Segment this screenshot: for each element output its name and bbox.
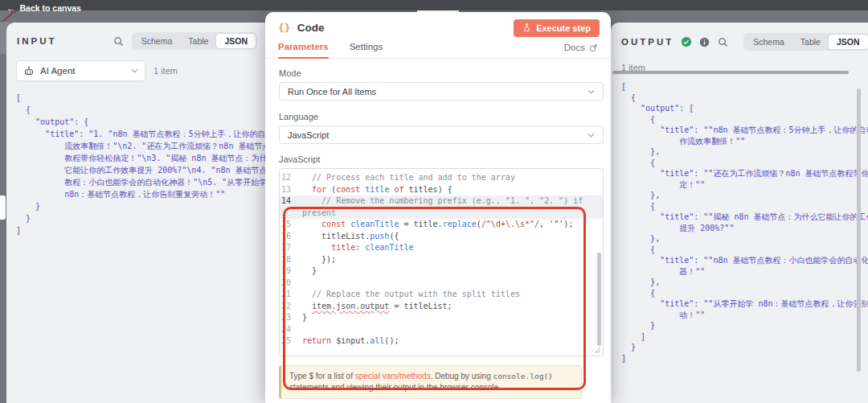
code-editor[interactable]: 12 // Process each title and add to the …: [279, 168, 604, 356]
json-line: },: [621, 146, 868, 158]
json-line: 教程：小白也能学会的自动化神器！"\n5. "从零开始学: [16, 176, 265, 188]
execute-step-label: Execute step: [536, 23, 591, 33]
json-line: "title": ""揭秘 n8n 基础节点：为什么它能让你的工作效率: [621, 212, 868, 223]
line-number: 12: [280, 172, 296, 184]
editor-scrollbar[interactable]: [597, 253, 601, 346]
output-panel: OUTPUT Schema Table JSON: [611, 23, 868, 403]
code-line[interactable]: 12 // Process each title and add to the …: [280, 172, 603, 184]
code-line[interactable]: 24: [280, 324, 603, 336]
code-line[interactable]: 22 item.json.output = titleList;: [280, 301, 603, 313]
output-view-tabs: Schema Table JSON: [743, 33, 868, 51]
back-to-canvas-button[interactable]: ← Back to canvas: [0, 3, 81, 13]
input-tab-table[interactable]: Table: [180, 34, 216, 48]
line-number: 19: [280, 265, 296, 278]
code-line[interactable]: 14 // Remove the numbering prefix (e.g.,…: [280, 195, 603, 208]
json-line: "output": {: [16, 116, 265, 128]
input-items-count: 1 item: [154, 66, 178, 76]
line-number: [280, 208, 296, 220]
node-title: Code: [297, 22, 325, 34]
hint-text: . Debug by using: [431, 372, 493, 380]
docs-link[interactable]: Docs: [564, 43, 598, 58]
json-line: {: [621, 93, 868, 104]
json-line: [: [16, 92, 265, 104]
external-link-icon: [589, 43, 598, 52]
json-line: "title": ""还在为工作流烦恼？n8n 基础节点教程带你轻松搞: [621, 168, 868, 179]
code-node-panel: {} Code Execute step Parameters Settings…: [265, 12, 611, 403]
json-line: "title": "1. "n8n 基础节点教程：5分钟上手，让你的自动化工作: [16, 128, 265, 140]
json-line: "title": ""从零开始学 n8n：基础节点教程，让你告别重复劳: [621, 298, 868, 310]
code-line[interactable]: 15 const cleanTitle = title.replace(/^\d…: [280, 219, 603, 231]
info-icon[interactable]: [699, 37, 710, 47]
output-tab-json[interactable]: JSON: [829, 35, 868, 49]
code-node-icon: {}: [278, 22, 291, 34]
tab-settings[interactable]: Settings: [350, 42, 383, 58]
output-panel-title: OUTPUT: [621, 37, 674, 47]
input-tab-json[interactable]: JSON: [216, 34, 256, 48]
code-line[interactable]: 13 for (const title of titles) {: [280, 184, 603, 196]
json-line: {: [621, 288, 868, 299]
tab-parameters[interactable]: Parameters: [278, 42, 329, 58]
json-line: 教程带你轻松搞定！"\n3. "揭秘 n8n 基础节点：为什么: [16, 152, 265, 164]
json-line: {: [621, 201, 868, 212]
output-tab-schema[interactable]: Schema: [745, 35, 792, 49]
code-line[interactable]: 20: [280, 278, 603, 290]
output-tab-table[interactable]: Table: [792, 35, 829, 49]
line-number: 24: [280, 324, 296, 336]
input-json-view[interactable]: [ { "output": { "title": "1. "n8n 基础节点教程…: [6, 92, 265, 236]
json-line: {: [16, 104, 265, 116]
chevron-down-icon: [588, 89, 595, 94]
special-vars-link[interactable]: special vars/methods: [355, 372, 431, 380]
code-line[interactable]: 19 }: [280, 265, 603, 278]
json-line: "title": ""n8n 基础节点教程：5分钟上手，让你的自动化工: [621, 125, 868, 136]
success-check-icon: [681, 36, 692, 47]
code-line[interactable]: 17 title: cleanTitle: [280, 242, 603, 254]
input-view-tabs: Schema Table JSON: [132, 32, 257, 50]
code-line[interactable]: 18 });: [280, 254, 603, 266]
json-line: ]: [621, 353, 868, 364]
robot-icon: [23, 65, 35, 76]
search-icon[interactable]: [113, 35, 125, 47]
output-horizontal-scrollbar[interactable]: [612, 71, 849, 74]
json-line: "output": [: [621, 103, 868, 114]
chevron-down-icon: [131, 68, 138, 73]
execute-step-button[interactable]: Execute step: [514, 19, 600, 37]
input-panel-title: INPUT: [17, 36, 57, 46]
hint-text: statements and viewing their output in t…: [289, 383, 501, 392]
mode-value: Run Once for All Items: [288, 87, 588, 97]
back-to-canvas-label: Back to canvas: [20, 3, 81, 13]
editor-hint: Type $ for a list of special vars/method…: [279, 365, 582, 399]
json-line: },: [621, 233, 868, 245]
code-line[interactable]: 16 titleList.push({: [280, 231, 603, 243]
json-line: {: [621, 114, 868, 125]
json-line: {: [621, 245, 868, 256]
code-line[interactable]: 21 // Replace the output with the split …: [280, 289, 603, 301]
language-select[interactable]: JavaScript: [279, 125, 604, 144]
input-source-select[interactable]: AI Agent: [16, 60, 145, 81]
code-line[interactable]: 25return $input.all();: [280, 335, 603, 347]
json-line: 它能让你的工作效率提升 200%?"\n4. "n8n 基础节点: [16, 164, 265, 176]
json-line: }: [621, 342, 868, 353]
language-label: Language: [279, 112, 604, 121]
json-line: },: [621, 277, 868, 288]
input-tab-schema[interactable]: Schema: [133, 34, 181, 48]
code-line[interactable]: present: [280, 208, 603, 220]
chevron-down-icon: [588, 133, 595, 138]
output-json-view[interactable]: [ { "output": [ { "title": ""n8n 基础节点教程：…: [611, 81, 868, 364]
json-line: "title": ""n8n 基础节点教程：小白也能学会的自动化神: [621, 255, 868, 266]
json-line: }: [16, 212, 265, 224]
json-line: 流效率翻倍！"\n2. "还在为工作流烦恼？n8n 基础节点: [16, 140, 265, 152]
line-number: 25: [280, 335, 296, 347]
json-line: {: [621, 158, 868, 169]
language-value: JavaScript: [288, 130, 588, 140]
search-icon[interactable]: [717, 36, 729, 48]
line-number: 17: [280, 242, 296, 254]
output-vertical-scrollbar[interactable]: [857, 88, 861, 372]
json-line: ]: [621, 331, 868, 343]
mode-select[interactable]: Run Once for All Items: [279, 82, 604, 101]
code-line[interactable]: 23}: [280, 312, 603, 324]
resize-handle-icon[interactable]: [594, 347, 601, 354]
json-line: 动！"": [621, 310, 868, 321]
mode-label: Mode: [279, 68, 604, 78]
json-line: 定！"": [621, 179, 868, 191]
line-number: 13: [280, 184, 296, 196]
